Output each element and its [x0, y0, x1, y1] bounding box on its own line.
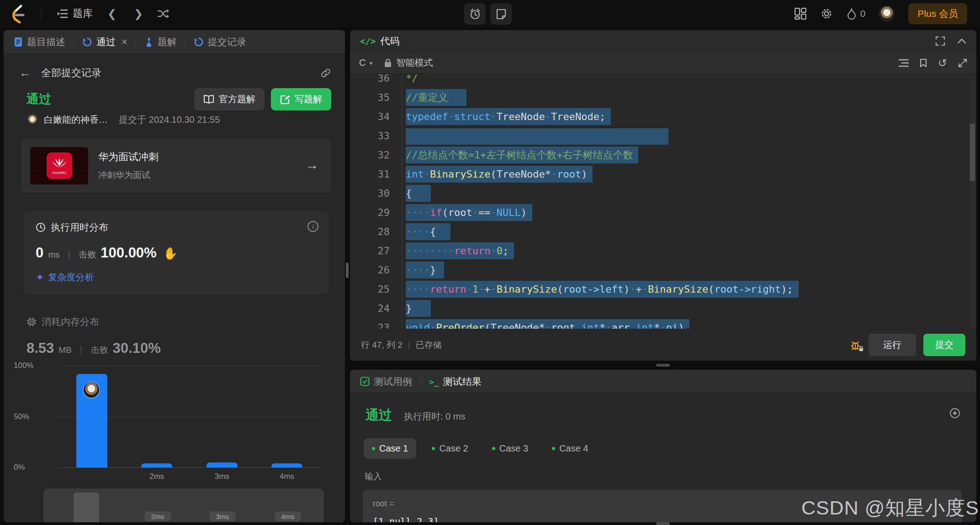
debug-bug-icon[interactable] — [850, 340, 861, 351]
case-chip-4[interactable]: Case 4 — [544, 438, 596, 459]
left-tab-2[interactable]: 题解 — [143, 36, 179, 48]
format-code-icon[interactable] — [899, 59, 909, 67]
app-window: 题库 ❮ ❯ — [0, 0, 980, 525]
code-line-36[interactable]: 36*/ — [350, 74, 969, 88]
all-submissions-label[interactable]: 全部提交记录 — [41, 66, 101, 80]
expand-editor-icon[interactable] — [958, 58, 967, 68]
notes-button[interactable] — [490, 3, 512, 25]
runtime-bar-2ms[interactable] — [141, 463, 172, 467]
submitter-name[interactable]: 白嫩能的神香… — [44, 114, 108, 126]
code-editor[interactable]: 36*/35//重定义34typedef·struct·TreeNode·Tre… — [350, 74, 969, 329]
line-number: 31 — [350, 165, 402, 184]
x-axis-tick: 2ms — [138, 472, 175, 481]
next-problem-button[interactable]: ❯ — [131, 7, 146, 20]
submission-time: 提交于 2024.10.30 21:55 — [119, 114, 220, 126]
runtime-beat-label: 击败 — [79, 249, 96, 261]
prev-problem-button[interactable]: ❮ — [105, 7, 119, 20]
submitter-avatar[interactable] — [26, 114, 38, 126]
editor-scrollbar[interactable] — [969, 74, 975, 329]
complexity-analysis-link[interactable]: ✦ 复杂度分析 — [36, 271, 317, 284]
chart-minimap[interactable]: 2ms3ms4ms — [43, 488, 324, 522]
cases-row: Case 1Case 2Case 3Case 4 — [350, 425, 976, 459]
horizontal-resize-grip[interactable] — [656, 364, 670, 367]
promo-arrow-icon[interactable]: → — [306, 158, 318, 173]
bookmark-icon[interactable] — [920, 58, 927, 68]
code-line-31[interactable]: 31int·BinarySize(TreeNode*·root) — [350, 165, 969, 184]
code-line-32[interactable]: 32//总结点个数=1+左子树结点个数+右子树结点个数 — [350, 146, 969, 165]
info-icon[interactable]: i — [307, 221, 318, 232]
code-line-24[interactable]: 24} — [350, 299, 969, 318]
left-tab-1[interactable]: 通过× — [80, 36, 129, 48]
problem-list-nav[interactable]: 题库 — [57, 7, 93, 21]
tab-label: 测试结果 — [443, 375, 482, 388]
case-chip-2[interactable]: Case 2 — [424, 438, 476, 459]
bottom-resize-grip[interactable] — [656, 522, 670, 525]
your-submission-avatar — [83, 381, 100, 399]
code-line-33[interactable]: 33 — [350, 126, 969, 146]
editor-scrollbar-thumb[interactable] — [970, 124, 975, 181]
code-line-27[interactable]: 27········return·0; — [350, 242, 969, 261]
eye-icon[interactable] — [949, 407, 961, 419]
runtime-bar-3ms[interactable] — [207, 462, 238, 467]
left-panel: 题目描述通过×题解提交记录 ← 全部提交记录 通过 白嫩能的神香… 提交于 20… — [4, 30, 345, 522]
code-line-30[interactable]: 30{ — [350, 184, 969, 203]
daily-streak[interactable]: 0 — [847, 8, 866, 20]
runtime-unit: ms — [48, 250, 59, 260]
plus-member-button[interactable]: Plus 会员 — [908, 3, 967, 24]
reset-code-icon[interactable]: ↺ — [938, 57, 947, 69]
run-button[interactable]: 运行 — [869, 334, 916, 356]
language-selector[interactable]: C ▾ — [359, 58, 372, 68]
code-line-29[interactable]: 29····if(root·==·NULL) — [350, 203, 969, 222]
official-solution-button[interactable]: 官方题解 — [194, 88, 265, 110]
case-chip-1[interactable]: Case 1 — [364, 438, 416, 459]
fullscreen-icon[interactable] — [935, 36, 945, 46]
submit-button[interactable]: 提交 — [923, 334, 965, 356]
write-solution-button[interactable]: 写题解 — [271, 88, 331, 110]
minimap-bar — [74, 493, 99, 522]
test-tab-1[interactable]: >_测试结果 — [427, 375, 483, 388]
runtime-beat-value: 100.00% — [101, 245, 156, 261]
tab-label: 测试用例 — [374, 375, 412, 388]
code-line-34[interactable]: 34typedef·struct·TreeNode·TreeNode; — [350, 107, 969, 126]
code-line-25[interactable]: 25····return·1·+·BinarySize(root->left)·… — [350, 280, 969, 299]
case-chip-3[interactable]: Case 3 — [484, 438, 536, 459]
mode-label[interactable]: 智能模式 — [396, 57, 433, 69]
tab-label: 题目描述 — [27, 36, 65, 48]
book-icon — [203, 95, 214, 104]
left-tab-0[interactable]: 题目描述 — [12, 36, 67, 48]
runtime-distribution-card: 执行用时分布 i 0 ms | 击败 100.00% ✋ ✦ 复杂度分析 — [24, 211, 328, 294]
clock-icon — [36, 222, 46, 232]
close-tab-icon[interactable]: × — [122, 36, 127, 48]
settings-gear-icon[interactable] — [820, 7, 833, 20]
leetcode-logo[interactable] — [9, 4, 26, 23]
collapse-panel-icon[interactable] — [957, 38, 966, 44]
runtime-bar-4ms[interactable] — [271, 463, 302, 467]
code-line-35[interactable]: 35//重定义 — [350, 88, 969, 107]
x-axis-tick: 3ms — [204, 472, 240, 481]
tab-separator — [136, 37, 136, 47]
copy-link-icon[interactable] — [320, 68, 331, 79]
random-problem-button[interactable] — [158, 8, 170, 19]
lock-icon — [384, 58, 392, 68]
line-number: 25 — [350, 280, 402, 299]
line-number: 24 — [350, 299, 402, 318]
code-line-26[interactable]: 26····} — [350, 261, 969, 280]
promo-subtitle: 冲刺华为面试 — [98, 169, 159, 181]
layout-switch-icon[interactable] — [795, 8, 806, 20]
line-number: 27 — [350, 242, 402, 261]
panel-resize-grip[interactable] — [346, 262, 349, 278]
chevron-down-icon: ▾ — [369, 59, 372, 67]
user-avatar[interactable] — [879, 6, 895, 21]
code-line-28[interactable]: 28····{ — [350, 222, 969, 242]
back-arrow-icon[interactable]: ← — [19, 66, 31, 80]
runtime-card-title: 执行用时分布 — [51, 221, 108, 234]
code-line-23[interactable]: 23void·PreOrder(TreeNode*·root,int*·arr,… — [350, 318, 969, 329]
memory-beat-label: 击败 — [91, 344, 108, 356]
promo-card-huawei[interactable]: HUAWEI 华为面试冲刺 冲刺华为面试 → — [21, 139, 331, 193]
left-tab-3[interactable]: 提交记录 — [192, 36, 248, 48]
debug-lock-icon — [859, 346, 863, 352]
test-tab-0[interactable]: 测试用例 — [358, 375, 414, 388]
timer-button[interactable] — [464, 3, 486, 25]
case-pass-dot — [492, 447, 495, 450]
case-label: Case 1 — [379, 443, 408, 454]
